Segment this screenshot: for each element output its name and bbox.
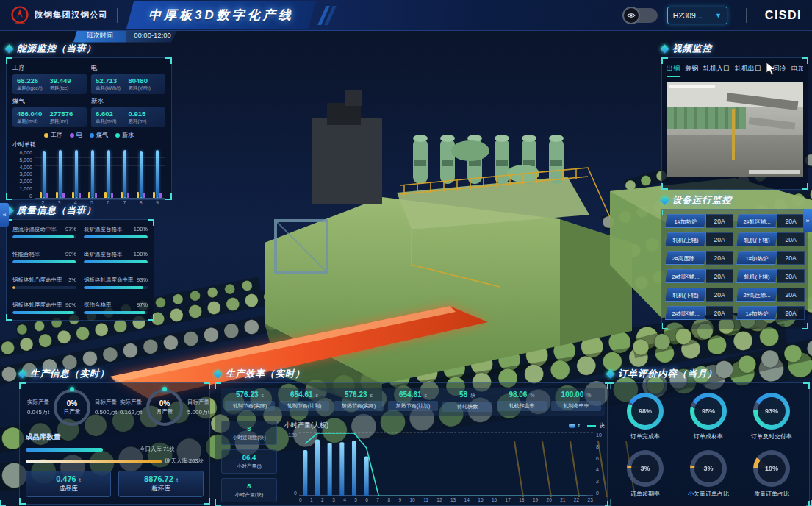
gas-bar bbox=[75, 150, 78, 198]
process-bar bbox=[121, 192, 123, 198]
quality-value: 97% bbox=[137, 302, 148, 308]
metric-label: 轧制命中率 bbox=[551, 401, 601, 411]
metric-unit: s bbox=[423, 393, 427, 398]
equipment-cell[interactable]: 1#加热炉20A bbox=[736, 306, 805, 320]
equipment-cell[interactable]: 轧机(上辊)20A bbox=[665, 232, 733, 246]
equipment-cell[interactable]: 2#高压除...20A bbox=[665, 251, 733, 265]
stock-bar-label: 昨天入库 203块 bbox=[165, 457, 204, 465]
video-tab-3[interactable]: 轧机出口 bbox=[735, 64, 761, 77]
water-bar bbox=[140, 197, 142, 198]
efficiency-metric: 654.61 s加热节奏(计划) bbox=[387, 391, 439, 412]
energy-chart-legend: 工序电煤气新水 bbox=[12, 131, 165, 139]
energy-cards: 工序68.226单耗(kgce/t)39.449累耗(tce)电52.713单耗… bbox=[12, 64, 165, 127]
right-tick: 2 bbox=[596, 479, 605, 484]
production-gauges: 实际产量0.045万t0%日产量目标产量0.500万t实际产量0.162万t0%… bbox=[26, 389, 204, 426]
equipment-cell[interactable]: 2#高压除...20A bbox=[736, 288, 805, 302]
equipment-cell[interactable]: 轧机(上辊)20A bbox=[736, 269, 805, 283]
quality-value: 97% bbox=[65, 226, 76, 232]
efficiency-metric: 100.00 %轧制命中率 bbox=[550, 391, 602, 412]
order-gauge: 98%订单完成率 bbox=[627, 393, 664, 441]
energy-metric-label: 累耗(m³) bbox=[129, 118, 162, 125]
hour-tick: 5 bbox=[354, 497, 357, 502]
legend-item: 新水 bbox=[115, 131, 134, 139]
energy-metric: 0.915累耗(m³) bbox=[129, 110, 162, 125]
line-legend-marker bbox=[587, 425, 596, 427]
visibility-toggle[interactable] bbox=[624, 8, 658, 23]
video-thumbnail[interactable] bbox=[667, 82, 803, 177]
energy-card-body: 486.040单耗(m³/t)277576累耗(m³) bbox=[12, 107, 87, 127]
quality-label: 钢板终轧凸度命中率 bbox=[12, 277, 65, 284]
quality-label: 钢板终轧温度命中率 bbox=[84, 277, 137, 284]
legend-item: 电 bbox=[70, 131, 82, 139]
donut-value: 10% bbox=[753, 450, 790, 487]
energy-card: 新水6.602单耗(m³/t)0.915累耗(m³) bbox=[91, 97, 165, 127]
video-tab-1[interactable]: 装钢 bbox=[685, 64, 698, 77]
energy-metric-label: 单耗(kgce/t) bbox=[17, 85, 50, 92]
equipment-cell[interactable]: 2#轧区辅...20A bbox=[665, 306, 733, 320]
quality-bar-fill bbox=[84, 286, 143, 289]
efficiency-side-card: 8小时产量(块) bbox=[221, 478, 277, 502]
hourly-chart-right-axis: 1086420 bbox=[593, 432, 605, 496]
y-tick: 3,000 bbox=[12, 171, 32, 177]
video-rollline bbox=[748, 117, 795, 130]
energy-metric-label: 单耗(m³/t) bbox=[96, 118, 129, 125]
side-card-value: 86.4 bbox=[223, 453, 275, 461]
energy-card: 煤气486.040单耗(m³/t)277576累耗(m³) bbox=[12, 97, 87, 127]
corner-accent bbox=[803, 501, 810, 506]
stock-chip-value: 8876.72 t bbox=[119, 474, 203, 483]
gauge-right-text: 目标产量5.000万t bbox=[186, 399, 211, 416]
video-tab-2[interactable]: 轧机入口 bbox=[703, 64, 730, 77]
energy-metric-label: 累耗(kWh) bbox=[129, 85, 162, 92]
equipment-value: 20A bbox=[777, 269, 805, 283]
video-tab-5[interactable]: 电加热 bbox=[791, 64, 803, 77]
gauge-right-text: 目标产量0.500万t bbox=[93, 399, 118, 416]
camera-select[interactable]: H2309... ▼ bbox=[667, 7, 727, 24]
hour-tick: 6 bbox=[365, 497, 368, 502]
equipment-value: 20A bbox=[706, 214, 733, 228]
equipment-cell[interactable]: 2#轧区辅...20A bbox=[665, 269, 733, 283]
donut-value: 93% bbox=[753, 393, 790, 430]
energy-metric: 52.713单耗(kWh/t) bbox=[96, 76, 129, 92]
left-collapse-handle[interactable]: « bbox=[0, 203, 9, 227]
panel-equipment: 设备运行监控 1#加热炉20A2#轧区辅...20A轧机(上辊)20A轧机(下辊… bbox=[661, 193, 808, 329]
donut-label: 订单超期率 bbox=[627, 490, 664, 498]
power-bar bbox=[79, 193, 81, 198]
metric-label: 轧制节奏(实际) bbox=[225, 401, 275, 411]
energy-chart-title: 小时单耗 bbox=[12, 140, 165, 149]
water-bar bbox=[92, 197, 93, 198]
hour-tick: 1 bbox=[310, 497, 313, 502]
equipment-value: 20A bbox=[777, 288, 805, 302]
process-bar bbox=[40, 192, 42, 198]
video-tab-0[interactable]: 出钢 bbox=[667, 64, 680, 77]
panel-orders-title: 订单评价内容（当月） bbox=[618, 368, 717, 380]
legend-label: 煤气 bbox=[96, 131, 108, 139]
video-osd-label bbox=[749, 170, 800, 174]
equipment-cell[interactable]: 轧机(下辊)20A bbox=[736, 232, 805, 246]
metric-unit: s bbox=[315, 393, 318, 398]
energy-card-body: 6.602单耗(m³/t)0.915累耗(m³) bbox=[91, 107, 165, 127]
legend-label: 工序 bbox=[51, 131, 62, 139]
quality-item: 钢板终轧温度命中率93% bbox=[84, 277, 148, 289]
right-collapse-handle[interactable]: » bbox=[803, 209, 812, 232]
water-bar bbox=[43, 197, 45, 198]
header-divider bbox=[746, 8, 747, 23]
equipment-cell[interactable]: 2#轧区辅...20A bbox=[736, 214, 805, 228]
quality-bar-track bbox=[12, 235, 76, 238]
efficiency-side-card: 86.4小时产量(t) bbox=[221, 449, 277, 474]
quality-label: 出炉温度合格率 bbox=[84, 251, 137, 258]
energy-metric-label: 单耗(m³/t) bbox=[17, 118, 50, 125]
power-bar bbox=[46, 193, 48, 198]
efficiency-side-card: 8小时过钢数(块) bbox=[221, 421, 277, 445]
side-card-label: 小时产量(块) bbox=[223, 491, 275, 499]
water-bar bbox=[60, 197, 61, 198]
energy-metric-value: 6.602 bbox=[96, 110, 129, 118]
energy-metric: 39.449累耗(tce) bbox=[50, 76, 83, 92]
energy-metric: 277576累耗(m³) bbox=[50, 110, 83, 125]
equipment-value: 20A bbox=[706, 288, 733, 302]
equipment-cell[interactable]: 1#加热炉20A bbox=[736, 251, 805, 265]
equipment-cell[interactable]: 1#加热炉20A bbox=[665, 214, 733, 228]
gauge-name: 月产量 bbox=[157, 408, 173, 416]
equipment-cell[interactable]: 轧机(下辊)20A bbox=[665, 288, 733, 302]
panel-efficiency: 生产效率（实时） 576.23 s轧制节奏(实际)654.61 s轧制节奏(计划… bbox=[215, 366, 611, 506]
quality-item: 出炉温度合格率100% bbox=[84, 251, 148, 263]
